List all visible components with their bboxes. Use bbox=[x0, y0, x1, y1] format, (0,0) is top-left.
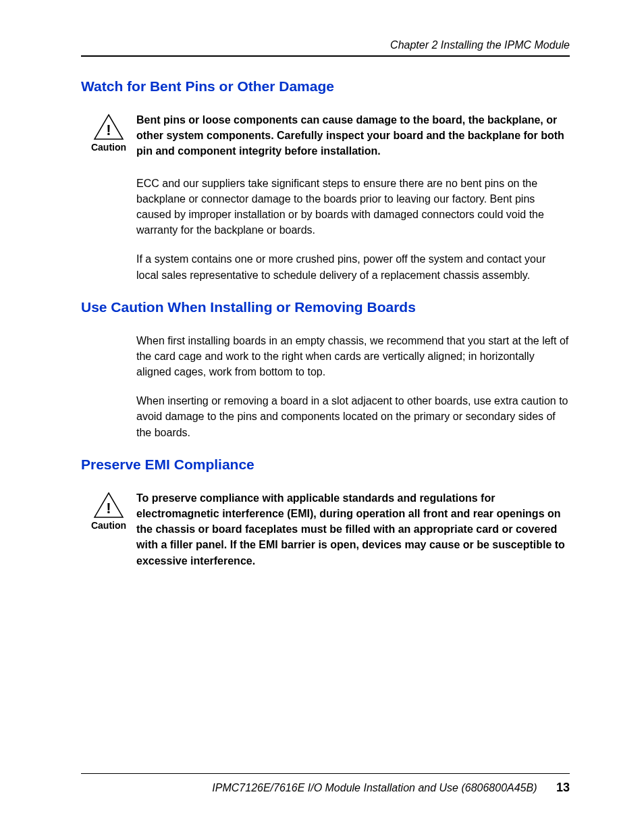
body-paragraph: When inserting or removing a board in a … bbox=[136, 393, 570, 440]
running-header: Chapter 2 Installing the IPMC Module bbox=[81, 39, 570, 51]
footer-doc-title: IPMC7126E/7616E I/O Module Installation … bbox=[212, 782, 537, 793]
caution-block: ! Caution To preserve compliance with ap… bbox=[81, 490, 570, 569]
svg-text:!: ! bbox=[106, 122, 111, 138]
body-paragraph: ECC and our suppliers take significant s… bbox=[136, 176, 570, 238]
footer-page-number: 13 bbox=[556, 781, 570, 794]
section-heading-use-caution: Use Caution When Installing or Removing … bbox=[81, 299, 570, 315]
caution-label: Caution bbox=[91, 142, 126, 153]
caution-block: ! Caution Bent pins or loose components … bbox=[81, 112, 570, 159]
section-heading-bent-pins: Watch for Bent Pins or Other Damage bbox=[81, 78, 570, 95]
body-paragraph-block: ECC and our suppliers take significant s… bbox=[81, 176, 570, 283]
caution-icon-column: ! Caution bbox=[81, 112, 136, 153]
section-heading-emi: Preserve EMI Compliance bbox=[81, 457, 570, 473]
svg-text:!: ! bbox=[106, 500, 111, 517]
caution-label: Caution bbox=[91, 520, 126, 531]
caution-text: To preserve compliance with applicable s… bbox=[136, 490, 570, 569]
caution-triangle-icon: ! bbox=[93, 492, 124, 519]
page-footer: IPMC7126E/7616E I/O Module Installation … bbox=[81, 773, 570, 795]
body-paragraph-block: When first installing boards in an empty… bbox=[81, 333, 570, 440]
footer-rule bbox=[81, 773, 570, 774]
body-paragraph: When first installing boards in an empty… bbox=[136, 333, 570, 380]
caution-text: Bent pins or loose components can cause … bbox=[136, 112, 570, 159]
header-rule bbox=[81, 55, 570, 57]
body-paragraph: If a system contains one or more crushed… bbox=[136, 251, 570, 282]
caution-icon-column: ! Caution bbox=[81, 490, 136, 531]
caution-triangle-icon: ! bbox=[93, 113, 124, 140]
